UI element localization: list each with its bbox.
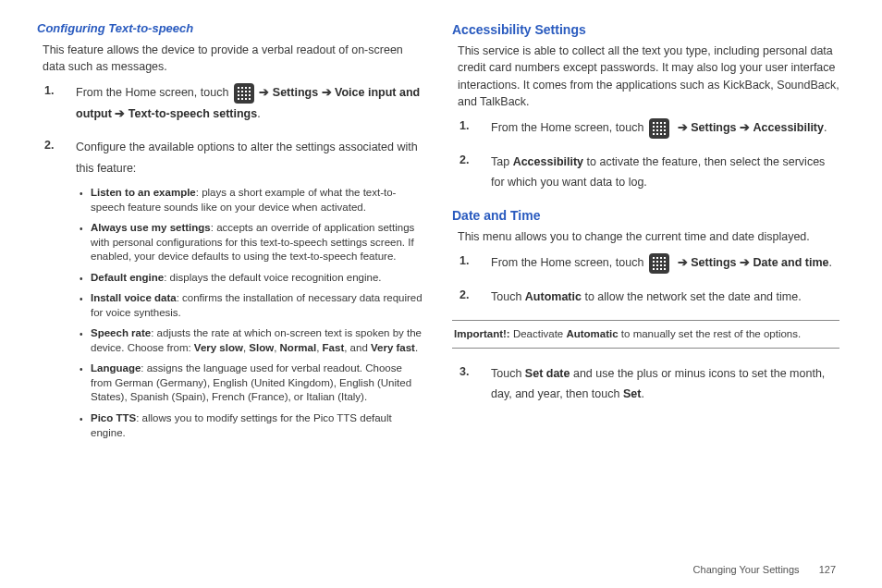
apps-icon [649, 253, 669, 274]
arrow-icon: ➔ [740, 121, 750, 134]
section-heading-date-time: Date and Time [452, 206, 839, 225]
arrow-icon: ➔ [115, 107, 125, 120]
date-time-intro: This menu allows you to change the curre… [458, 228, 839, 245]
tts-step-1: 1. From the Home screen, touch ➔ Setting… [63, 82, 424, 124]
section-heading-tts: Configuring Text-to-speech [37, 20, 424, 38]
arrow-icon: ➔ [740, 256, 750, 269]
page-number: 127 [819, 564, 836, 575]
dt-step-3: 3. Touch Set date and use the plus or mi… [478, 363, 839, 405]
apps-icon [234, 83, 254, 104]
arrow-icon: ➔ [678, 121, 688, 134]
arrow-icon: ➔ [678, 256, 688, 269]
bullet-language: •Language: assigns the language used for… [80, 361, 424, 405]
accessibility-intro: This service is able to collect all the … [458, 43, 839, 110]
tts-intro: This feature allows the device to provid… [43, 42, 424, 75]
bullet-default-engine: •Default engine: displays the default vo… [80, 271, 424, 286]
acc-step-2: 2. Tap Accessibility to activate the fea… [478, 152, 839, 193]
arrow-icon: ➔ [259, 86, 269, 99]
important-note: Important!: Deactivate Automatic to manu… [452, 320, 839, 349]
acc-step-1: 1. From the Home screen, touch ➔ Setting… [478, 117, 839, 139]
bullet-install-voice: •Install voice data: confirms the instal… [80, 291, 424, 320]
arrow-icon: ➔ [322, 86, 332, 99]
dt-step-1: 1. From the Home screen, touch ➔ Setting… [478, 252, 839, 274]
apps-icon [649, 118, 669, 139]
left-column: Configuring Text-to-speech This feature … [37, 20, 424, 453]
bullet-listen-example: •Listen to an example: plays a short exa… [80, 186, 424, 214]
tts-step-2: 2. Configure the available options to al… [63, 137, 424, 440]
footer-section: Changing Your Settings [693, 564, 800, 575]
bullet-pico-tts: •Pico TTS: allows you to modify settings… [80, 411, 424, 440]
bullet-speech-rate: •Speech rate: adjusts the rate at which … [80, 326, 424, 355]
page-footer: Changing Your Settings 127 [693, 564, 836, 575]
right-column: Accessibility Settings This service is a… [452, 20, 839, 453]
bullet-always-use: •Always use my settings: accepts an over… [80, 221, 424, 264]
dt-step-2: 2. Touch Automatic to allow the network … [478, 287, 839, 308]
section-heading-accessibility: Accessibility Settings [452, 20, 839, 39]
